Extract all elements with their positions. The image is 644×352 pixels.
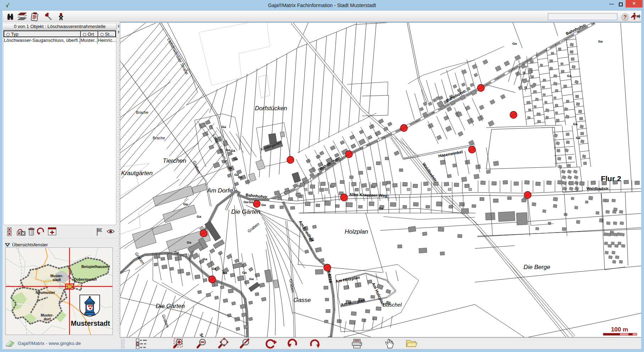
svg-text:Ga: Ga <box>203 257 207 261</box>
svg-text:Büschel: Büschel <box>383 302 402 308</box>
svg-text:Muster-: Muster- <box>41 313 54 317</box>
svg-text:Ga: Ga <box>512 41 517 45</box>
svg-text:Ga: Ga <box>598 39 603 43</box>
svg-text:stadt: stadt <box>52 278 61 282</box>
svg-text:Ga: Ga <box>187 240 191 244</box>
svg-text:100 m: 100 m <box>611 326 628 333</box>
svg-text:Ga: Ga <box>244 200 248 204</box>
svg-text:Die Gärten: Die Gärten <box>231 208 260 215</box>
svg-text:Ga: Ga <box>567 74 572 78</box>
svg-text:Ga: Ga <box>174 250 179 254</box>
svg-text:Dobermuster: Dobermuster <box>74 277 97 281</box>
svg-text:Ga: Ga <box>222 125 226 129</box>
svg-text:Ga: Ga <box>212 267 216 270</box>
svg-text:Ga: Ga <box>226 148 231 152</box>
svg-text:Dorfstücken: Dorfstücken <box>255 105 287 112</box>
svg-text:dorf: dorf <box>44 317 51 321</box>
svg-text:Ga: Ga <box>249 277 254 281</box>
svg-text:Beispielhausen: Beispielhausen <box>81 264 109 269</box>
svg-text:Neumuster: Neumuster <box>36 290 55 295</box>
svg-text:Ga: Ga <box>249 200 253 204</box>
svg-text:Ga: Ga <box>379 206 383 210</box>
svg-text:Muster-: Muster- <box>50 274 63 278</box>
svg-text:Brache: Brache <box>136 110 149 114</box>
svg-text:Waldbadstr.: Waldbadstr. <box>587 186 610 191</box>
svg-text:Die Gärten: Die Gärten <box>156 303 185 309</box>
svg-text:Die Berge: Die Berge <box>523 264 550 270</box>
svg-text:Ga: Ga <box>183 202 188 206</box>
svg-text:Ga: Ga <box>242 270 247 274</box>
svg-text:Ga: Ga <box>233 157 238 161</box>
svg-text:Ga: Ga <box>238 175 243 179</box>
svg-text:Ga: Ga <box>573 122 578 126</box>
svg-text:Ga: Ga <box>228 166 232 170</box>
svg-text:Ga: Ga <box>576 136 581 140</box>
svg-text:Ga: Ga <box>197 214 201 218</box>
svg-text:Brache: Brache <box>153 136 165 140</box>
svg-text:Ga: Ga <box>261 203 266 207</box>
svg-text:Flur 2: Flur 2 <box>601 174 621 183</box>
svg-text:Ga: Ga <box>231 149 235 152</box>
svg-text:Ga: Ga <box>223 271 227 275</box>
svg-text:Tierchen: Tierchen <box>163 157 186 164</box>
svg-text:Holzplan: Holzplan <box>345 228 368 235</box>
svg-text:Musterstadt: Musterstadt <box>71 319 110 327</box>
svg-text:Am Dorfe: Am Dorfe <box>207 187 233 194</box>
svg-text:Gasse: Gasse <box>293 297 311 303</box>
svg-text:Krautgärten: Krautgärten <box>121 170 153 177</box>
